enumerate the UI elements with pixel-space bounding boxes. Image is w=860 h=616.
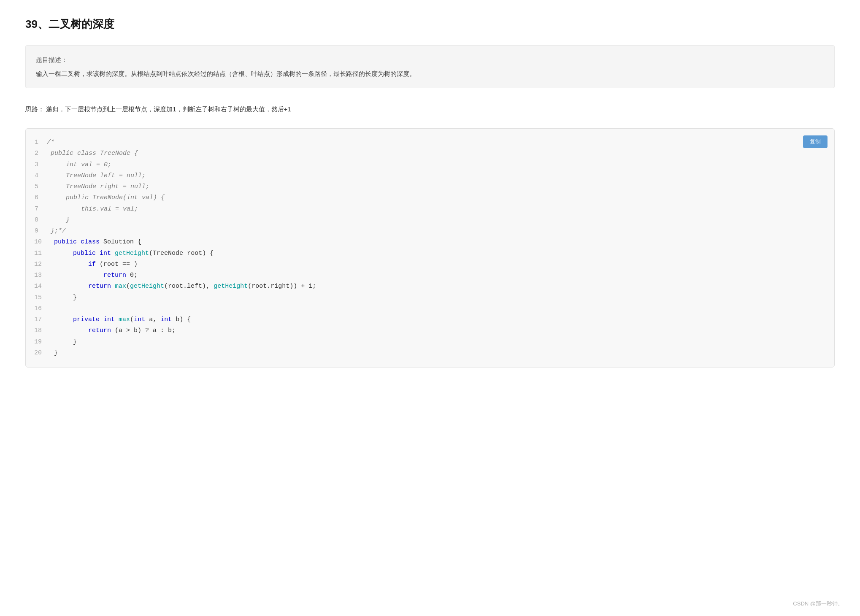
code-line: 11 public int getHeight(TreeNode root) { (26, 248, 834, 259)
line-content: };*/ (47, 226, 834, 237)
thinking-section: 思路： 递归，下一层根节点到上一层根节点，深度加1，判断左子树和右子树的最大值，… (25, 103, 835, 115)
line-content: int val = 0; (47, 159, 834, 170)
line-content: return 0; (50, 270, 834, 281)
line-content: TreeNode right = null; (47, 181, 834, 192)
line-number: 6 (26, 192, 47, 203)
code-line: 4 TreeNode left = null; (26, 170, 834, 181)
code-line: 1/* (26, 137, 834, 148)
line-number: 10 (26, 237, 50, 248)
code-line: 17 private int max(int a, int b) { (26, 314, 834, 325)
page-title: 39、二叉树的深度 (25, 17, 835, 32)
copy-button[interactable]: 复制 (803, 135, 828, 148)
code-line: 3 int val = 0; (26, 159, 834, 170)
line-number: 11 (26, 248, 50, 259)
line-content: public class TreeNode { (47, 148, 834, 159)
code-line: 15 } (26, 292, 834, 303)
line-number: 16 (26, 303, 50, 314)
line-content: public TreeNode(int val) { (47, 192, 834, 203)
code-line: 5 TreeNode right = null; (26, 181, 834, 192)
description-content: 输入一棵二叉树，求该树的深度。从根结点到叶结点依次经过的结点（含根、叶结点）形成… (36, 68, 824, 79)
code-line: 7 this.val = val; (26, 204, 834, 215)
line-number: 3 (26, 159, 47, 170)
line-number: 5 (26, 181, 47, 192)
line-number: 15 (26, 292, 50, 303)
line-content: return (a > b) ? a : b; (50, 325, 834, 336)
thinking-content: 递归，下一层根节点到上一层根节点，深度加1，判断左子树和右子树的最大值，然后+1 (46, 105, 291, 113)
line-number: 1 (26, 137, 47, 148)
code-line: 8 } (26, 215, 834, 226)
line-content: this.val = val; (47, 204, 834, 215)
line-content: return max(getHeight(root.left), getHeig… (50, 281, 834, 292)
line-number: 19 (26, 337, 50, 348)
line-content: } (50, 337, 834, 348)
description-box: 题目描述： 输入一棵二叉树，求该树的深度。从根结点到叶结点依次经过的结点（含根、… (25, 45, 835, 88)
code-lines: 1/*2 public class TreeNode {3 int val = … (26, 137, 834, 359)
line-number: 12 (26, 259, 50, 270)
line-content (50, 303, 834, 314)
thinking-prefix: 思路： (25, 105, 44, 113)
line-content: /* (47, 137, 834, 148)
code-line: 6 public TreeNode(int val) { (26, 192, 834, 203)
code-line: 19 } (26, 337, 834, 348)
line-number: 4 (26, 170, 47, 181)
code-line: 14 return max(getHeight(root.left), getH… (26, 281, 834, 292)
code-block: 复制 1/*2 public class TreeNode {3 int val… (25, 128, 835, 367)
line-number: 2 (26, 148, 47, 159)
line-content: public int getHeight(TreeNode root) { (50, 248, 834, 259)
code-line: 18 return (a > b) ? a : b; (26, 325, 834, 336)
code-line: 10 public class Solution { (26, 237, 834, 248)
line-content: public class Solution { (50, 237, 834, 248)
line-number: 7 (26, 204, 47, 215)
line-number: 14 (26, 281, 50, 292)
line-number: 17 (26, 314, 50, 325)
line-content: } (47, 215, 834, 226)
footer-text: CSDN @那一秒钟。 (793, 600, 843, 608)
code-line: 2 public class TreeNode { (26, 148, 834, 159)
description-label: 题目描述： (36, 54, 824, 65)
line-number: 8 (26, 215, 47, 226)
code-line: 9 };*/ (26, 226, 834, 237)
line-number: 9 (26, 226, 47, 237)
line-number: 20 (26, 348, 50, 359)
line-content: if (root == ) (50, 259, 834, 270)
line-number: 13 (26, 270, 50, 281)
code-line: 13 return 0; (26, 270, 834, 281)
line-content: TreeNode left = null; (47, 170, 834, 181)
line-content: private int max(int a, int b) { (50, 314, 834, 325)
line-content: } (50, 348, 834, 359)
line-number: 18 (26, 325, 50, 336)
code-line: 12 if (root == ) (26, 259, 834, 270)
code-line: 20 } (26, 348, 834, 359)
line-content: } (50, 292, 834, 303)
code-line: 16 (26, 303, 834, 314)
